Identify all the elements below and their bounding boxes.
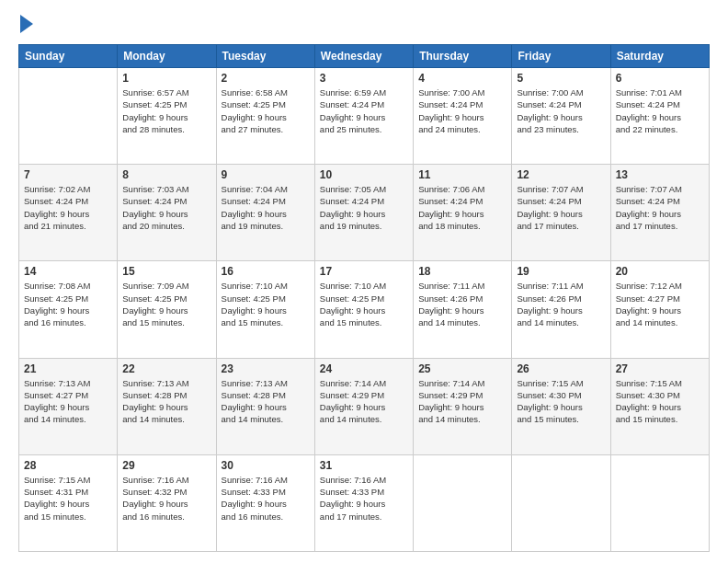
calendar-cell: 11Sunrise: 7:06 AMSunset: 4:24 PMDayligh… xyxy=(414,165,512,261)
calendar-cell: 1Sunrise: 6:57 AMSunset: 4:25 PMDaylight… xyxy=(118,68,216,165)
day-info: Sunrise: 7:11 AMSunset: 4:26 PMDaylight:… xyxy=(418,280,506,328)
weekday-header-tuesday: Tuesday xyxy=(216,45,314,68)
day-info: Sunrise: 7:12 AMSunset: 4:27 PMDaylight:… xyxy=(616,280,704,328)
calendar-cell: 15Sunrise: 7:09 AMSunset: 4:25 PMDayligh… xyxy=(118,261,216,358)
calendar-cell: 2Sunrise: 6:58 AMSunset: 4:25 PMDaylight… xyxy=(216,68,314,165)
calendar-cell: 29Sunrise: 7:16 AMSunset: 4:32 PMDayligh… xyxy=(118,454,216,551)
calendar-cell: 16Sunrise: 7:10 AMSunset: 4:25 PMDayligh… xyxy=(216,261,314,358)
day-number: 29 xyxy=(122,459,210,472)
calendar-cell: 4Sunrise: 7:00 AMSunset: 4:24 PMDaylight… xyxy=(414,68,512,165)
day-number: 30 xyxy=(222,459,310,472)
logo-arrow-icon xyxy=(20,15,33,33)
day-info: Sunrise: 7:04 AMSunset: 4:24 PMDaylight:… xyxy=(222,183,310,232)
calendar-cell: 25Sunrise: 7:14 AMSunset: 4:29 PMDayligh… xyxy=(414,358,512,454)
day-number: 5 xyxy=(517,72,605,85)
day-info: Sunrise: 6:59 AMSunset: 4:24 PMDaylight:… xyxy=(320,86,408,135)
day-number: 19 xyxy=(517,265,605,278)
calendar-cell: 28Sunrise: 7:15 AMSunset: 4:31 PMDayligh… xyxy=(19,454,118,551)
day-number: 23 xyxy=(222,362,310,375)
logo-blue-container xyxy=(18,15,33,33)
calendar-cell: 30Sunrise: 7:16 AMSunset: 4:33 PMDayligh… xyxy=(216,454,314,551)
day-info: Sunrise: 7:11 AMSunset: 4:26 PMDaylight:… xyxy=(517,280,605,328)
calendar-week-4: 28Sunrise: 7:15 AMSunset: 4:31 PMDayligh… xyxy=(19,454,710,551)
day-info: Sunrise: 7:03 AMSunset: 4:24 PMDaylight:… xyxy=(122,183,210,232)
day-number: 6 xyxy=(616,72,704,85)
calendar-cell: 26Sunrise: 7:15 AMSunset: 4:30 PMDayligh… xyxy=(512,358,610,454)
calendar-cell: 19Sunrise: 7:11 AMSunset: 4:26 PMDayligh… xyxy=(512,261,610,358)
day-number: 25 xyxy=(418,362,506,375)
calendar-cell: 9Sunrise: 7:04 AMSunset: 4:24 PMDaylight… xyxy=(216,165,314,261)
calendar-week-3: 21Sunrise: 7:13 AMSunset: 4:27 PMDayligh… xyxy=(19,358,710,454)
calendar-cell: 22Sunrise: 7:13 AMSunset: 4:28 PMDayligh… xyxy=(118,358,216,454)
calendar-cell: 12Sunrise: 7:07 AMSunset: 4:24 PMDayligh… xyxy=(512,165,610,261)
day-info: Sunrise: 7:08 AMSunset: 4:25 PMDaylight:… xyxy=(24,280,112,328)
day-number: 27 xyxy=(616,362,704,375)
day-number: 10 xyxy=(320,168,408,181)
logo xyxy=(18,15,33,33)
day-info: Sunrise: 6:58 AMSunset: 4:25 PMDaylight:… xyxy=(222,86,310,135)
day-number: 28 xyxy=(24,459,112,472)
day-number: 31 xyxy=(320,459,408,472)
day-info: Sunrise: 7:02 AMSunset: 4:24 PMDaylight:… xyxy=(24,183,112,232)
day-number: 22 xyxy=(122,362,210,375)
day-number: 17 xyxy=(320,265,408,278)
calendar-cell xyxy=(512,454,610,551)
day-info: Sunrise: 7:13 AMSunset: 4:28 PMDaylight:… xyxy=(122,377,210,426)
day-number: 3 xyxy=(320,72,408,85)
weekday-header-saturday: Saturday xyxy=(610,45,709,68)
weekday-header-wednesday: Wednesday xyxy=(314,45,413,68)
day-number: 20 xyxy=(616,265,704,278)
day-info: Sunrise: 7:09 AMSunset: 4:25 PMDaylight:… xyxy=(122,280,210,328)
calendar-week-1: 7Sunrise: 7:02 AMSunset: 4:24 PMDaylight… xyxy=(19,165,710,261)
day-info: Sunrise: 7:15 AMSunset: 4:30 PMDaylight:… xyxy=(616,377,704,426)
calendar-cell: 10Sunrise: 7:05 AMSunset: 4:24 PMDayligh… xyxy=(314,165,413,261)
page: SundayMondayTuesdayWednesdayThursdayFrid… xyxy=(0,0,728,563)
day-info: Sunrise: 7:06 AMSunset: 4:24 PMDaylight:… xyxy=(418,183,506,232)
calendar-cell: 31Sunrise: 7:16 AMSunset: 4:33 PMDayligh… xyxy=(314,454,413,551)
day-number: 12 xyxy=(517,168,605,181)
weekday-header-friday: Friday xyxy=(512,45,610,68)
calendar-cell: 8Sunrise: 7:03 AMSunset: 4:24 PMDaylight… xyxy=(118,165,216,261)
calendar-cell: 27Sunrise: 7:15 AMSunset: 4:30 PMDayligh… xyxy=(610,358,709,454)
day-number: 14 xyxy=(24,265,112,278)
calendar-week-0: 1Sunrise: 6:57 AMSunset: 4:25 PMDaylight… xyxy=(19,68,710,165)
calendar-cell xyxy=(610,454,709,551)
calendar-table: SundayMondayTuesdayWednesdayThursdayFrid… xyxy=(18,44,710,552)
day-info: Sunrise: 7:13 AMSunset: 4:27 PMDaylight:… xyxy=(24,377,112,426)
calendar-cell: 17Sunrise: 7:10 AMSunset: 4:25 PMDayligh… xyxy=(314,261,413,358)
day-info: Sunrise: 7:16 AMSunset: 4:33 PMDaylight:… xyxy=(320,474,408,523)
day-info: Sunrise: 7:15 AMSunset: 4:30 PMDaylight:… xyxy=(517,377,605,426)
day-number: 9 xyxy=(222,168,310,181)
calendar-cell: 6Sunrise: 7:01 AMSunset: 4:24 PMDaylight… xyxy=(610,68,709,165)
day-info: Sunrise: 7:00 AMSunset: 4:24 PMDaylight:… xyxy=(418,86,506,135)
weekday-header-monday: Monday xyxy=(118,45,216,68)
calendar-cell: 21Sunrise: 7:13 AMSunset: 4:27 PMDayligh… xyxy=(19,358,118,454)
day-info: Sunrise: 7:16 AMSunset: 4:33 PMDaylight:… xyxy=(222,474,310,523)
day-info: Sunrise: 7:14 AMSunset: 4:29 PMDaylight:… xyxy=(320,377,408,426)
day-number: 15 xyxy=(122,265,210,278)
calendar-cell: 13Sunrise: 7:07 AMSunset: 4:24 PMDayligh… xyxy=(610,165,709,261)
day-number: 2 xyxy=(222,72,310,85)
day-number: 21 xyxy=(24,362,112,375)
day-info: Sunrise: 7:13 AMSunset: 4:28 PMDaylight:… xyxy=(222,377,310,426)
weekday-header-row: SundayMondayTuesdayWednesdayThursdayFrid… xyxy=(19,45,710,68)
calendar-cell: 7Sunrise: 7:02 AMSunset: 4:24 PMDaylight… xyxy=(19,165,118,261)
day-number: 18 xyxy=(418,265,506,278)
calendar-cell: 20Sunrise: 7:12 AMSunset: 4:27 PMDayligh… xyxy=(610,261,709,358)
calendar-cell: 5Sunrise: 7:00 AMSunset: 4:24 PMDaylight… xyxy=(512,68,610,165)
day-number: 13 xyxy=(616,168,704,181)
day-number: 26 xyxy=(517,362,605,375)
calendar-cell: 24Sunrise: 7:14 AMSunset: 4:29 PMDayligh… xyxy=(314,358,413,454)
day-info: Sunrise: 7:10 AMSunset: 4:25 PMDaylight:… xyxy=(320,280,408,328)
day-info: Sunrise: 7:15 AMSunset: 4:31 PMDaylight:… xyxy=(24,474,112,523)
day-info: Sunrise: 7:01 AMSunset: 4:24 PMDaylight:… xyxy=(616,86,704,135)
calendar-cell: 23Sunrise: 7:13 AMSunset: 4:28 PMDayligh… xyxy=(216,358,314,454)
day-info: Sunrise: 7:14 AMSunset: 4:29 PMDaylight:… xyxy=(418,377,506,426)
calendar-cell xyxy=(19,68,118,165)
day-info: Sunrise: 7:07 AMSunset: 4:24 PMDaylight:… xyxy=(616,183,704,232)
day-info: Sunrise: 6:57 AMSunset: 4:25 PMDaylight:… xyxy=(122,86,210,135)
day-number: 7 xyxy=(24,168,112,181)
calendar-cell xyxy=(414,454,512,551)
day-number: 16 xyxy=(222,265,310,278)
day-info: Sunrise: 7:07 AMSunset: 4:24 PMDaylight:… xyxy=(517,183,605,232)
